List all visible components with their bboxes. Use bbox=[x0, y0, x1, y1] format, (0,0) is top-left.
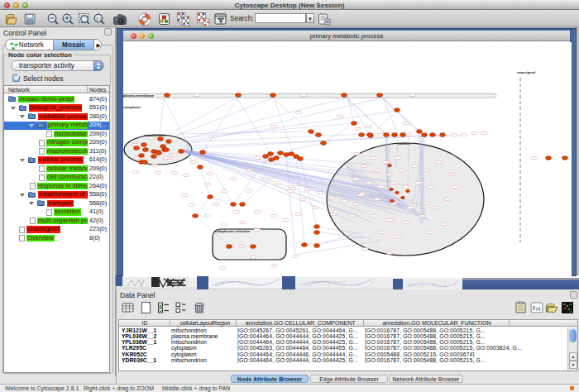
svg-text:plasma membrane: plasma membrane bbox=[123, 93, 155, 98]
svg-text:cytoplasm: cytoplasm bbox=[123, 105, 141, 109]
svg-text:(x): (x) bbox=[536, 306, 541, 311]
svg-text:nucleus: nucleus bbox=[397, 141, 410, 146]
svg-text:endoplasmic reticulum: endoplasmic reticulum bbox=[214, 229, 251, 233]
svg-text:1:1: 1:1 bbox=[96, 16, 102, 21]
svg-text:unassigned: unassigned bbox=[517, 70, 536, 74]
svg-text:mitochondrion: mitochondrion bbox=[144, 133, 168, 137]
